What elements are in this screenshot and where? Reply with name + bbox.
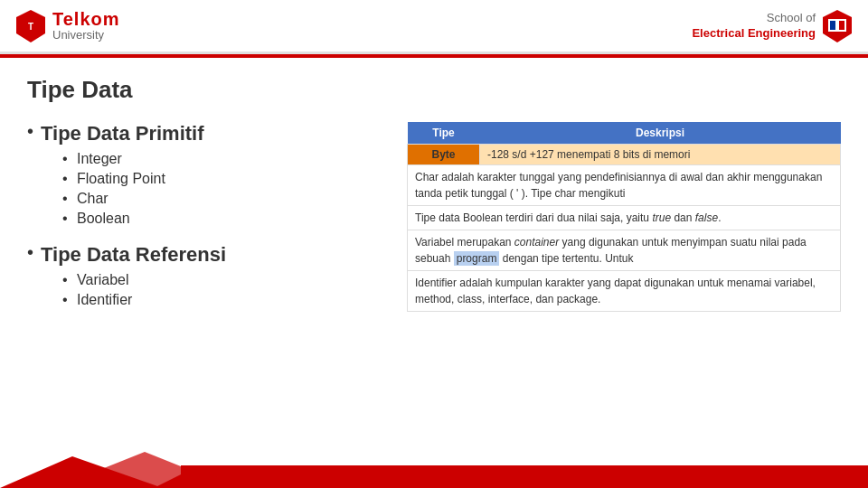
telkom-brand: Telkom [52, 9, 120, 29]
data-table: Tipe Deskripsi Byte -128 s/d +127 menemp… [407, 122, 841, 312]
right-column: Tipe Deskripsi Byte -128 s/d +127 menemp… [407, 122, 841, 312]
primitif-section: • Tipe Data Primitif Integer Floating Po… [27, 122, 389, 238]
logo-left: T Telkom University [14, 8, 120, 44]
telkom-text: Telkom University [52, 9, 120, 42]
table-row-variabel-desc: Variabel merupakan container yang diguna… [408, 230, 841, 271]
byte-desc: -128 s/d +127 menempati 8 bits di memori [480, 145, 841, 165]
referensi-bullet-dot: • [27, 243, 33, 261]
table-row-boolean-desc: Tipe data Boolean terdiri dari dua nilai… [408, 206, 841, 230]
list-item-boolean: Boolean [77, 211, 204, 227]
telkom-shield-icon: T [14, 8, 47, 44]
variabel-text: Variabel merupakan container yang diguna… [415, 236, 807, 266]
telkom-sub: University [52, 29, 120, 42]
primitif-list: Integer Floating Point Char Boolean [41, 151, 204, 227]
table-row-byte: Byte -128 s/d +127 menempati 8 bits di m… [408, 145, 841, 165]
list-item-variabel: Variabel [77, 272, 226, 288]
identifier-text: Identifier adalah kumpulan karakter yang… [415, 277, 816, 305]
svg-rect-3 [839, 21, 844, 30]
list-item-identifier: Identifier [77, 292, 226, 308]
primitif-bullet-dot: • [27, 122, 33, 140]
table-row-char-desc: Char adalah karakter tunggal yang pendef… [408, 165, 841, 206]
page-title: Tipe Data [27, 76, 841, 104]
header: T Telkom University School of Electrical… [0, 0, 868, 54]
footer-wave [0, 443, 868, 488]
col-tipe: Tipe [408, 122, 480, 145]
list-item-integer: Integer [77, 151, 204, 167]
boolean-text-block: Tipe data Boolean terdiri dari dua nilai… [408, 206, 841, 230]
variabel-text-block: Variabel merupakan container yang diguna… [408, 230, 841, 271]
byte-label: Byte [408, 145, 480, 165]
school-text: School of Electrical Engineering [692, 11, 816, 42]
boolean-text: Tipe data Boolean terdiri dari dua nilai… [415, 211, 721, 224]
svg-rect-2 [830, 21, 835, 30]
footer [0, 443, 868, 488]
school-line1: School of [692, 11, 816, 26]
primitif-content: Tipe Data Primitif Integer Floating Poin… [41, 122, 204, 238]
telkom-logo: T Telkom University [14, 8, 120, 44]
list-item-char: Char [77, 191, 204, 207]
char-text: Char adalah karakter tunggal yang pendef… [415, 171, 822, 200]
char-text-block: Char adalah karakter tunggal yang pendef… [408, 165, 841, 206]
referensi-heading: Tipe Data Referensi [41, 243, 226, 267]
referensi-list: Variabel Identifier [41, 272, 226, 308]
school-logo: School of Electrical Engineering [692, 8, 854, 44]
school-line2: Electrical Engineering [692, 26, 816, 42]
content-row: • Tipe Data Primitif Integer Floating Po… [27, 122, 841, 324]
school-shield-icon [821, 8, 854, 44]
svg-rect-6 [181, 465, 868, 488]
col-desc: Deskripsi [480, 122, 841, 145]
logo-right: School of Electrical Engineering [692, 8, 854, 44]
table-header-row: Tipe Deskripsi [408, 122, 841, 145]
main-content: Tipe Data • Tipe Data Primitif Integer F… [0, 58, 868, 343]
primitif-heading: Tipe Data Primitif [41, 122, 204, 145]
referensi-section: • Tipe Data Referensi Variabel Identifie… [27, 243, 389, 319]
identifier-text-block: Identifier adalah kumpulan karakter yang… [408, 271, 841, 312]
table-row-identifier-desc: Identifier adalah kumpulan karakter yang… [408, 271, 841, 312]
svg-text:T: T [28, 22, 33, 32]
list-item-floating: Floating Point [77, 171, 204, 187]
referensi-content: Tipe Data Referensi Variabel Identifier [41, 243, 226, 319]
left-column: • Tipe Data Primitif Integer Floating Po… [27, 122, 389, 324]
